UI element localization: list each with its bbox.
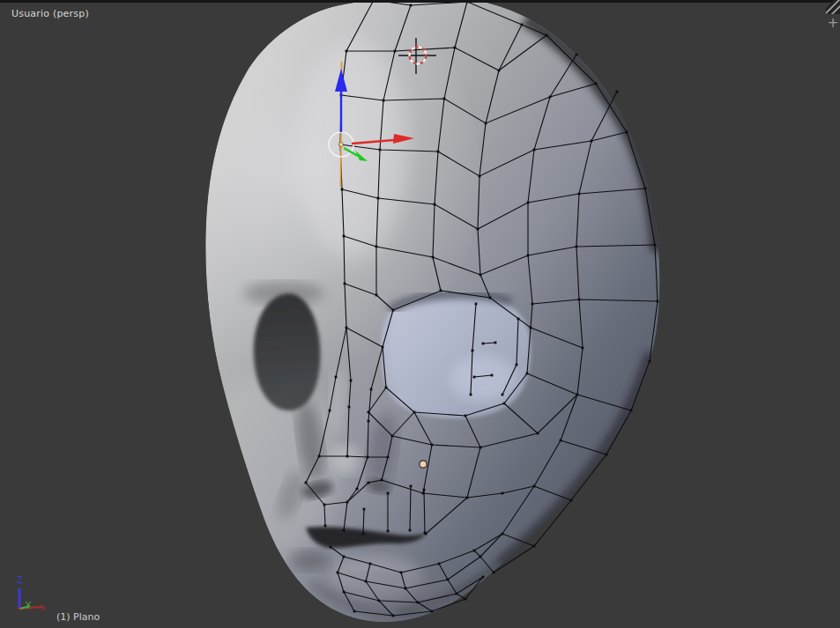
gizmo-center-dot[interactable] xyxy=(339,143,343,146)
axis-z-label: Z xyxy=(17,575,23,585)
plus-icon[interactable]: + xyxy=(827,17,839,29)
viewport-canvas[interactable]: Z Y x xyxy=(0,0,840,628)
active-object-label: (1) Plano xyxy=(56,611,100,623)
right-eye-socket xyxy=(382,294,531,418)
highlighted-vertex[interactable] xyxy=(420,461,427,468)
viewport-label: Usuario (persp) xyxy=(11,8,89,19)
3d-viewport[interactable]: Z Y x Usuario (persp) (1) Plano + xyxy=(0,0,840,628)
axis-y-label: Y xyxy=(25,601,32,610)
axis-x-label: x xyxy=(41,602,46,612)
area-corner-handle[interactable] xyxy=(826,0,840,14)
left-eye-socket xyxy=(254,293,321,410)
top-border xyxy=(0,0,840,3)
